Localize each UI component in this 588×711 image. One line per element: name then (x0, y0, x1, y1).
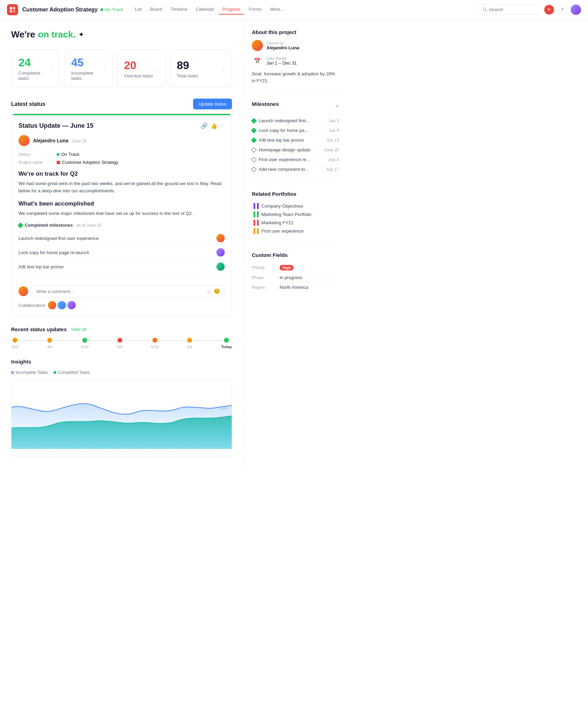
timeline-dot-5[interactable] (187, 338, 192, 343)
sidebar-milestone-1-left: Lock copy for home pa... (252, 128, 308, 133)
stat-incomplete[interactable]: 45 Incomplete tasks › (64, 50, 113, 87)
timeline-dot-0[interactable] (13, 338, 17, 343)
legend-incomplete-dot (11, 371, 14, 374)
author-avatar (18, 135, 30, 146)
milestone-item-1: Launch redesigned first user experience (18, 231, 225, 245)
portfolio-2[interactable]: ▐▐ Marketing FY21 (252, 218, 339, 227)
svg-rect-1 (13, 7, 15, 9)
update-status-button[interactable]: Update status (193, 99, 232, 109)
portfolio-1[interactable]: ▐▐ Marketing Team Portfolio (252, 210, 339, 218)
sidebar-milestone-0: Launch redesigned first... Jun 3 (252, 116, 339, 126)
sidebar: About this project Owned by Alejandro Lu… (243, 19, 347, 467)
insights-section: Insights Incomplete Tasks Completed Task… (11, 359, 232, 457)
search-input[interactable] (489, 7, 536, 12)
timeline-point-5: 6/1 (187, 338, 192, 349)
date-row: 📅 Date Range Jan 1 – Dec 31 (252, 55, 339, 66)
timeline-point-3: 5/4 (117, 338, 122, 349)
custom-fields-title: Custom Fields (252, 252, 339, 258)
insights-chart: 110 296 (11, 379, 232, 456)
timeline-label-2: 4/20 (81, 345, 88, 349)
meta-status-label: Status (18, 152, 57, 157)
timeline-dot-6[interactable] (224, 338, 229, 343)
nav-timeline[interactable]: Timeline (167, 5, 191, 15)
header-prefix: We're (11, 29, 35, 40)
stats-row: 24 Completed tasks › 45 Incomplete tasks… (11, 50, 232, 87)
add-milestone-button[interactable]: + (335, 103, 339, 110)
sidebar-milestone-0-name: Launch redesigned first... (259, 118, 309, 123)
insights-title: Insights (11, 359, 232, 365)
svg-rect-0 (10, 7, 12, 9)
sidebar-milestone-5-date: July 17 (326, 167, 339, 172)
portfolio-3-name: First user experience (262, 228, 304, 234)
custom-field-0: Priority High (252, 263, 339, 273)
recent-updates-header: Recent status updates View all (11, 326, 232, 332)
collab-avatar-1 (48, 301, 56, 309)
latest-status-header: Latest status Update status (11, 99, 232, 109)
comment-input[interactable] (36, 289, 206, 294)
portfolio-0[interactable]: ▐▐ Company Objectives (252, 202, 339, 210)
portfolio-icon-0: ▐▐ (252, 203, 259, 209)
timeline-label-1: 4/6 (47, 345, 52, 349)
timeline-wrapper: 3/23 4/6 4/20 5/4 5/18 (11, 338, 232, 349)
link-icon[interactable]: 🔗 (201, 123, 208, 129)
timeline-point-2: 4/20 (81, 338, 88, 349)
comment-row: ☺ 😊 (18, 285, 225, 298)
timeline-dot-4[interactable] (152, 338, 157, 343)
stat-completed[interactable]: 24 Completed tasks › (11, 50, 60, 87)
sidebar-milestone-5-name: Add new component to... (259, 167, 309, 172)
sidebar-milestone-1-name: Lock copy for home pa... (259, 128, 308, 133)
timeline-point-0: 3/23 (11, 338, 18, 349)
sidebar-milestone-4-left: First user experience re... (252, 157, 310, 162)
author-date: June 15 (72, 139, 87, 143)
stat-overdue-chevron: › (156, 66, 158, 72)
add-button[interactable]: + (544, 5, 554, 15)
portfolio-3[interactable]: ▐▐ First user experience (252, 227, 339, 235)
stat-completed-chevron: › (51, 66, 52, 72)
sidebar-milestone-0-left: Launch redesigned first... (252, 118, 309, 123)
emoji-icon[interactable]: ☺ (206, 288, 212, 294)
legend-completed-label: Completed Tasks (58, 370, 90, 375)
milestone-filled-icon-1 (251, 127, 257, 133)
milestones-section: Milestones + Launch redesigned first... … (252, 101, 339, 174)
timeline-dot-1[interactable] (47, 338, 52, 343)
view-all-link[interactable]: View all (71, 327, 86, 332)
owner-name: Alejandro Luna (266, 45, 299, 50)
timeline-label-6: Today (221, 345, 232, 349)
nav-board[interactable]: Board (147, 5, 166, 15)
sidebar-milestone-5-left: Add new component to... (252, 167, 309, 172)
nav-list[interactable]: List (131, 5, 145, 15)
timeline-label-5: 6/1 (187, 345, 192, 349)
portfolio-1-name: Marketing Team Portfolio (262, 212, 312, 217)
comment-input-box[interactable]: ☺ 😊 (32, 285, 225, 298)
timeline-dot-2[interactable] (82, 338, 87, 343)
stat-total[interactable]: 89 Total tasks › (169, 50, 232, 87)
user-avatar[interactable] (571, 5, 581, 15)
status-text: On Track (105, 7, 123, 12)
status-card-title: Status Update — June 15 (18, 122, 93, 129)
status-indicator (57, 153, 59, 156)
nav-progress[interactable]: Progress (219, 5, 244, 15)
milestone-item-3: A/B test top bar promo (18, 260, 225, 274)
stat-incomplete-chevron: › (103, 66, 105, 72)
like-icon[interactable]: 👍 (210, 123, 217, 129)
nav-forms[interactable]: Forms (245, 5, 265, 15)
milestone-item-1-text: Launch redesigned first user experience (18, 236, 99, 241)
more-icon[interactable]: ··· (220, 123, 225, 129)
custom-fields-section: Custom Fields Priority High Phase In pro… (252, 252, 339, 292)
sidebar-milestone-3: Homepage design update June 26 (252, 145, 339, 155)
field-label-1: Phase (252, 275, 280, 280)
divider-2 (252, 184, 339, 184)
timeline-dot-3[interactable] (117, 338, 122, 343)
help-button[interactable]: ? (557, 5, 567, 15)
about-title: About this project (252, 29, 339, 35)
milestone-filled-icon-2 (251, 137, 257, 143)
calendar-icon: 📅 (252, 55, 263, 66)
smile-icon[interactable]: 😊 (214, 288, 220, 294)
status-title-row: Status Update — June 15 🔗 👍 ··· (18, 122, 225, 129)
app-icon (7, 4, 18, 15)
nav-more[interactable]: More... (266, 5, 287, 15)
search-box[interactable] (478, 5, 541, 14)
stat-total-label: Total tasks (177, 73, 198, 78)
nav-calendar[interactable]: Calendar (192, 5, 218, 15)
stat-overdue[interactable]: 20 Overdue tasks › (117, 50, 165, 87)
